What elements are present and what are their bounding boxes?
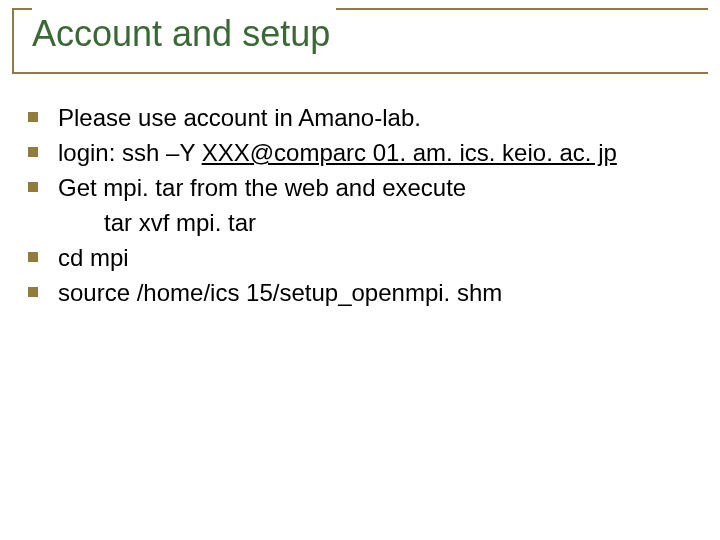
list-item: source /home/ics 15/setup_openmpi. shm [28,275,712,310]
title-rule-bottom [12,72,708,74]
title-mask: Account and setup [32,4,336,58]
list-item-text: Please use account in Amano-lab. [58,100,712,135]
title-rule-left [12,8,14,74]
list-item-text: Get mpi. tar from the web and execute [58,170,712,205]
slide-title: Account and setup [32,4,330,58]
bullet-icon [28,112,38,122]
list-item: cd mpi [28,240,712,275]
ssh-target-link[interactable]: XXX@comparc 01. am. ics. keio. ac. jp [202,139,617,166]
list-item-text: login: ssh –Y XXX@comparc 01. am. ics. k… [58,135,712,170]
bullet-icon [28,252,38,262]
bullet-icon [28,147,38,157]
title-container: Account and setup [12,8,708,68]
list-item: Get mpi. tar from the web and execute [28,170,712,205]
bullet-icon [28,182,38,192]
login-prefix: login: ssh –Y [58,139,202,166]
list-item-subline: tar xvf mpi. tar [28,205,712,240]
list-item: Please use account in Amano-lab. [28,100,712,135]
list-item-text: cd mpi [58,240,712,275]
slide: Account and setup Please use account in … [0,0,720,540]
bullet-icon [28,287,38,297]
list-item-subtext: tar xvf mpi. tar [104,205,712,240]
list-item: login: ssh –Y XXX@comparc 01. am. ics. k… [28,135,712,170]
content-body: Please use account in Amano-lab. login: … [28,100,712,310]
list-item-text: source /home/ics 15/setup_openmpi. shm [58,275,712,310]
